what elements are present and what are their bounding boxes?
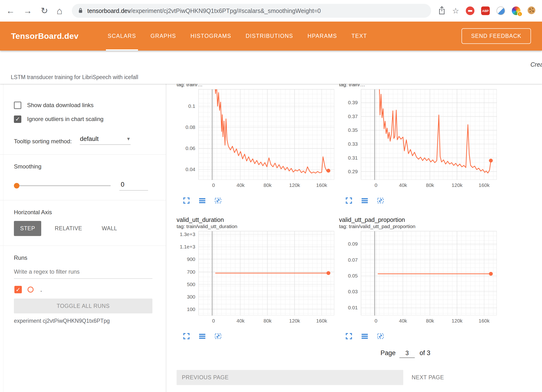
blue-extension-icon[interactable]	[496, 6, 505, 15]
yaxis-toggle-icon[interactable]	[361, 333, 368, 340]
smoothing-label: Smoothing	[14, 163, 166, 170]
tab-hparams[interactable]: HPARAMS	[300, 22, 344, 51]
send-feedback-button[interactable]: SEND FEEDBACK	[461, 28, 531, 44]
bookmark-star-icon[interactable]: ☆	[452, 7, 459, 15]
chart-card: valid_utt_duration tag: train/valid_utt_…	[177, 216, 340, 340]
y-tick-label: 700	[187, 269, 195, 275]
fullscreen-icon[interactable]	[183, 333, 190, 340]
address-bar[interactable]: tensorboard.dev/experiment/cj2vtPiwQHKN9…	[72, 4, 431, 18]
tab-distributions[interactable]: DISTRIBUTIONS	[238, 22, 300, 51]
fit-domain-icon[interactable]	[214, 333, 222, 340]
y-tick-label: 1.1e+3	[180, 244, 195, 250]
tooltip-sorting-select[interactable]: default ▼	[80, 135, 131, 145]
y-tick-label: 0.08	[185, 124, 195, 130]
chart-toolbar	[183, 197, 340, 204]
x-tick-label: 160k	[316, 182, 327, 188]
chart-plot-svg[interactable]	[199, 231, 334, 316]
experiment-description: LSTM transducer training for LibriSpeech…	[11, 74, 138, 81]
chart-toolbar	[183, 333, 340, 340]
chart-plot[interactable]: 0.090.070.050.030.01040k80k120k160k	[361, 231, 497, 315]
fullscreen-icon[interactable]	[345, 333, 352, 340]
show-download-label: Show data download links	[27, 102, 94, 109]
share-icon[interactable]	[438, 6, 445, 16]
charts-main: tag: train/… 0.10.080.060.04040k80k120k1…	[166, 84, 542, 392]
yaxis-toggle-icon[interactable]	[361, 197, 368, 204]
chart-tag: tag: train/…	[339, 84, 502, 88]
y-tick-label: 500	[187, 282, 195, 287]
tab-histograms[interactable]: HISTOGRAMS	[183, 22, 238, 51]
y-tick-label: 0.35	[348, 127, 358, 133]
ignore-outliers-label: Ignore outliers in chart scaling	[27, 116, 104, 122]
chart-plot-svg[interactable]	[361, 231, 497, 316]
chart-tag: tag: train/valid_utt_pad_proportion	[339, 223, 502, 230]
x-tick-label: 40k	[399, 318, 407, 324]
fit-domain-icon[interactable]	[377, 333, 384, 340]
subheader: Crea LSTM transducer training for LibriS…	[0, 51, 542, 84]
chart-plot[interactable]: 1.3e+31.1e+3900700500300100040k80k120k16…	[198, 231, 334, 315]
reload-icon[interactable]: ↻	[41, 6, 48, 15]
fit-domain-icon[interactable]	[214, 197, 222, 204]
chart-plot-svg[interactable]	[361, 89, 497, 180]
y-tick-label: 0.07	[348, 257, 358, 263]
previous-page-button[interactable]: PREVIOUS PAGE	[177, 370, 403, 385]
axis-button-relative[interactable]: RELATIVE	[48, 221, 88, 236]
pagination: Page of 3	[381, 349, 430, 358]
page-of-label: of 3	[420, 349, 430, 357]
subheader-right-text[interactable]: Crea	[530, 61, 542, 68]
yaxis-toggle-icon[interactable]	[199, 197, 206, 204]
x-tick-label: 80k	[264, 318, 272, 324]
x-tick-label: 160k	[479, 318, 490, 324]
divider	[0, 200, 166, 200]
tab-text[interactable]: TEXT	[344, 22, 374, 51]
back-icon[interactable]: ←	[6, 6, 15, 15]
x-tick-label: 0	[212, 318, 215, 324]
smoothing-slider-thumb[interactable]	[14, 183, 19, 189]
fit-domain-icon[interactable]	[377, 197, 384, 204]
x-tick-label: 40k	[236, 318, 245, 324]
chart-plot[interactable]: 0.390.370.350.330.310.29040k80k120k160k	[361, 89, 497, 180]
forward-icon[interactable]: →	[23, 6, 32, 15]
nav-tabs: SCALARSGRAPHSHISTOGRAMSDISTRIBUTIONSHPAR…	[101, 22, 374, 51]
fullscreen-icon[interactable]	[183, 197, 190, 204]
adblocker-glyph	[468, 10, 472, 12]
url-path: /experiment/cj2vtPiwQHKN9Q1tx6PTpg/#scal…	[131, 7, 321, 14]
x-tick-label: 0	[375, 182, 377, 188]
adblocker-extension-icon[interactable]	[466, 6, 474, 15]
smoothing-slider[interactable]	[15, 185, 111, 186]
axis-button-step[interactable]: STEP	[14, 221, 41, 236]
y-tick-label: 0.37	[348, 114, 358, 119]
ignore-outliers-checkbox[interactable]: ✓	[14, 115, 21, 123]
chart-plot-svg[interactable]	[199, 89, 334, 180]
y-tick-label: 0.04	[185, 167, 195, 172]
y-tick-label: 0.31	[348, 155, 358, 161]
chart-toolbar	[345, 333, 502, 340]
page-number-input[interactable]	[399, 350, 415, 358]
run-color-circle[interactable]	[28, 287, 34, 293]
abp-extension-icon[interactable]: ABP	[481, 6, 490, 15]
tab-scalars[interactable]: SCALARS	[101, 22, 144, 51]
runs-label: Runs	[14, 254, 166, 261]
chart-plot[interactable]: 0.10.080.060.04040k80k120k160k	[198, 89, 334, 180]
next-page-button[interactable]: NEXT PAGE	[412, 370, 444, 385]
axis-button-wall[interactable]: WALL	[96, 221, 123, 236]
tab-graphs[interactable]: GRAPHS	[143, 22, 183, 51]
smoothing-value[interactable]: 0	[119, 181, 148, 190]
y-tick-label: 0.09	[348, 241, 358, 247]
cookie-extension-icon[interactable]	[527, 6, 536, 16]
run-checkbox[interactable]: ✓	[14, 286, 22, 293]
show-download-checkbox[interactable]	[14, 102, 21, 109]
colorwheel-extension-icon[interactable]: 1	[512, 6, 520, 15]
toggle-all-runs-button[interactable]: TOGGLE ALL RUNS	[14, 299, 152, 313]
runs-regex-input[interactable]	[14, 268, 152, 279]
yaxis-toggle-icon[interactable]	[199, 333, 206, 340]
y-tick-label: 100	[187, 306, 195, 312]
x-tick-label: 80k	[426, 318, 434, 324]
chart-card: tag: train/… 0.390.370.350.330.310.29040…	[339, 84, 502, 204]
x-tick-label: 40k	[399, 182, 407, 188]
chart-card: tag: train/… 0.10.080.060.04040k80k120k1…	[177, 84, 340, 204]
fullscreen-icon[interactable]	[345, 197, 352, 204]
chart-title: valid_utt_duration	[177, 216, 340, 223]
experiment-name: experiment cj2vtPiwQHKN9Q1tx6PTpg	[14, 318, 166, 324]
home-icon[interactable]: ⌂	[57, 6, 62, 16]
y-tick-label: 0.33	[348, 141, 358, 147]
